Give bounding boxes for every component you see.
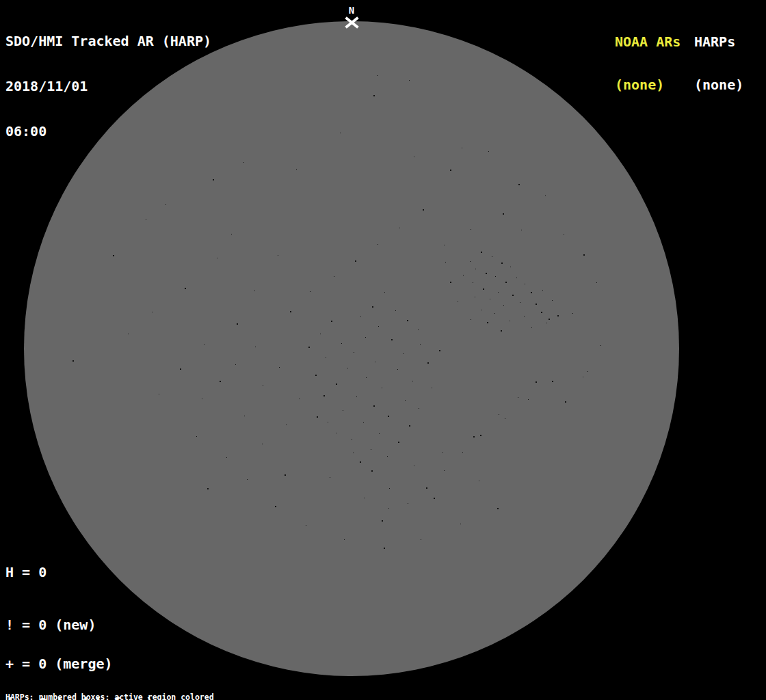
solar-harp-view: SDO/HMI Tracked AR (HARP) 2018/11/01 06:… bbox=[0, 0, 766, 700]
date-label: 2018/11/01 bbox=[5, 79, 211, 94]
footnotes: HARPs: numbered boxes; active region col… bbox=[5, 677, 280, 700]
legend-item-new: ! = 0 (new) bbox=[5, 619, 162, 632]
noaa-ars-value: (none) bbox=[615, 78, 681, 92]
harp-count: H = 0 bbox=[5, 566, 47, 579]
harps-label: HARPs bbox=[694, 35, 743, 49]
noaa-ars-status: NOAA ARs (none) bbox=[615, 6, 681, 121]
legend-item-merge: + = 0 (merge) bbox=[5, 658, 162, 671]
north-label: N bbox=[345, 5, 358, 15]
north-cross-icon bbox=[345, 17, 359, 29]
footnote-harps: HARPs: numbered boxes; active region col… bbox=[5, 693, 280, 700]
harps-status: HARPs (none) bbox=[694, 6, 743, 121]
page-title: SDO/HMI Tracked AR (HARP) bbox=[5, 33, 211, 49]
harps-value: (none) bbox=[694, 78, 743, 92]
noaa-ars-label: NOAA ARs bbox=[615, 35, 681, 49]
time-label: 06:00 bbox=[5, 124, 211, 139]
title-block: SDO/HMI Tracked AR (HARP) 2018/11/01 06:… bbox=[5, 3, 211, 169]
